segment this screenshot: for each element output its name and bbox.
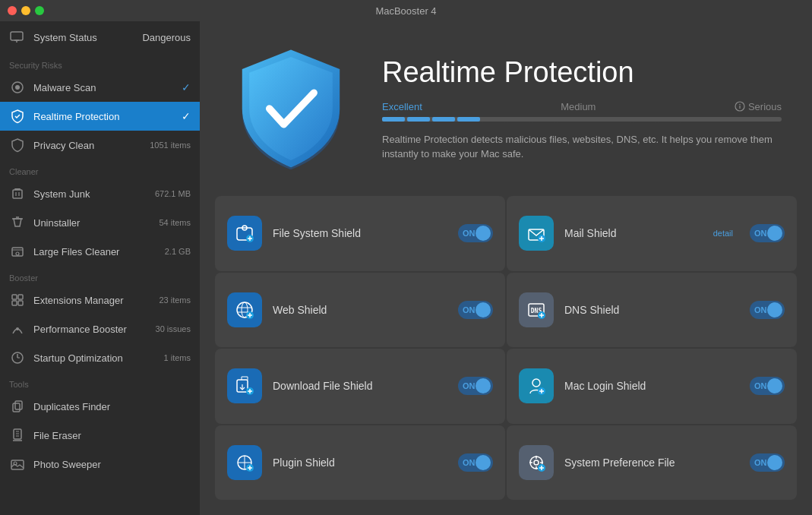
mac-login-shield-name: Mac Login Shield — [564, 380, 739, 392]
svg-point-32 — [739, 104, 741, 106]
maximize-button[interactable] — [35, 6, 44, 15]
rating-bar-section: Excellent Medium Serious — [382, 101, 782, 122]
sidebar-item-privacy-clean[interactable]: Privacy Clean 1051 items — [0, 131, 200, 160]
feature-card-dns-shield: DNS DNS Shield ON — [507, 273, 797, 348]
malware-scan-icon — [9, 79, 26, 96]
privacy-clean-label: Privacy Clean — [33, 140, 150, 151]
startup-optimization-icon — [9, 349, 26, 366]
sidebar-item-performance-booster[interactable]: Performance Booster 30 issues — [0, 314, 200, 343]
toggle-circle-7 — [767, 455, 782, 470]
mail-shield-detail[interactable]: detail — [713, 229, 733, 238]
traffic-lights — [8, 6, 44, 15]
sidebar-item-realtime-protection[interactable]: Realtime Protection ✓ — [0, 102, 200, 131]
minimize-button[interactable] — [21, 6, 30, 15]
extensions-manager-badge: 23 items — [159, 295, 191, 305]
svg-point-59 — [532, 379, 540, 387]
plugin-shield-toggle[interactable]: ON — [458, 453, 493, 472]
svg-rect-16 — [18, 301, 23, 305]
large-files-badge: 2.1 GB — [165, 247, 191, 256]
web-shield-toggle[interactable]: ON — [458, 301, 493, 319]
duplicates-finder-label: Duplicates Finder — [33, 401, 191, 412]
web-shield-icon — [227, 292, 262, 327]
feature-card-plugin-shield: Plugin Shield ON — [215, 425, 505, 501]
privacy-clean-icon — [9, 137, 26, 153]
photo-sweeper-label: Photo Sweeper — [33, 459, 191, 470]
file-system-shield-icon — [227, 216, 262, 251]
medium-label: Medium — [561, 101, 596, 112]
dns-shield-toggle[interactable]: ON — [750, 301, 785, 319]
toggle-circle-6 — [476, 455, 491, 470]
download-file-shield-toggle[interactable]: ON — [458, 377, 493, 395]
serious-text: Serious — [748, 101, 782, 112]
sidebar-item-photo-sweeper[interactable]: Photo Sweeper — [0, 450, 200, 479]
excellent-label: Excellent — [382, 101, 422, 112]
svg-rect-21 — [13, 403, 20, 412]
info-icon — [735, 101, 745, 112]
sidebar-item-system-status[interactable]: System Status Dangerous — [0, 21, 200, 53]
feature-card-web-shield: Web Shield ON — [215, 273, 505, 348]
feature-card-mail-shield: Mail Shield detail ON — [507, 196, 797, 271]
mac-login-shield-icon — [519, 368, 554, 403]
system-junk-badge: 672.1 MB — [155, 189, 191, 198]
download-file-shield-name: Download File Shield — [273, 380, 447, 392]
system-preference-file-name: System Preference File — [564, 457, 739, 469]
window-title: MacBooster 4 — [375, 5, 436, 17]
toggle-on-label-1: ON — [754, 229, 767, 238]
sidebar: System Status Dangerous Security Risks M… — [0, 21, 200, 515]
toggle-circle-1 — [767, 226, 782, 241]
uninstaller-icon — [9, 214, 26, 231]
feature-card-download-file-shield: Download File Shield ON — [215, 349, 505, 424]
file-eraser-icon — [9, 427, 26, 444]
section-security-risks: Security Risks — [0, 53, 200, 73]
toggle-on-label-3: ON — [754, 305, 767, 314]
privacy-clean-badge: 1051 items — [150, 141, 191, 150]
malware-scan-label: Malware Scan — [33, 82, 182, 93]
toggle-on-label-4: ON — [463, 381, 476, 390]
startup-optimization-label: Startup Optimization — [33, 352, 164, 364]
toggle-circle-5 — [767, 378, 782, 393]
sidebar-item-system-junk[interactable]: System Junk 672.1 MB — [0, 179, 200, 208]
close-button[interactable] — [8, 6, 17, 15]
sidebar-item-duplicates-finder[interactable]: Duplicates Finder — [0, 392, 200, 421]
sidebar-item-file-eraser[interactable]: File Eraser — [0, 421, 200, 450]
toggle-on-label-7: ON — [754, 458, 767, 467]
toggle-circle-2 — [476, 302, 491, 318]
seg3 — [432, 117, 455, 122]
section-tools: Tools — [0, 372, 200, 392]
titlebar: MacBooster 4 — [0, 0, 812, 21]
file-system-shield-toggle[interactable]: ON — [458, 224, 493, 242]
toggle-circle-4 — [476, 378, 491, 393]
hero-section: Realtime Protection Excellent Medium Ser… — [200, 21, 812, 196]
seg5 — [482, 117, 505, 122]
sidebar-item-uninstaller[interactable]: Uninstaller 54 items — [0, 208, 200, 237]
seg6 — [507, 117, 530, 122]
svg-point-17 — [16, 327, 19, 330]
performance-booster-badge: 30 issues — [156, 324, 191, 333]
system-preference-file-icon — [519, 445, 554, 480]
system-preference-file-toggle[interactable]: ON — [750, 453, 785, 472]
file-eraser-label: File Eraser — [33, 430, 191, 441]
sidebar-item-malware-scan[interactable]: Malware Scan ✓ — [0, 73, 200, 102]
section-cleaner: Cleaner — [0, 160, 200, 179]
seg10 — [608, 117, 630, 122]
svg-point-12 — [16, 252, 19, 255]
sidebar-item-large-files-cleaner[interactable]: Large Files Cleaner 2.1 GB — [0, 237, 200, 266]
sidebar-item-extensions-manager[interactable]: Extensions Manager 23 items — [0, 286, 200, 314]
toggle-circle-0 — [476, 226, 491, 241]
sidebar-item-startup-optimization[interactable]: Startup Optimization 1 items — [0, 343, 200, 372]
toggle-circle-3 — [767, 302, 782, 318]
startup-optimization-badge: 1 items — [164, 353, 191, 362]
svg-rect-6 — [13, 190, 22, 198]
mail-shield-toggle[interactable]: ON — [750, 224, 785, 242]
svg-rect-14 — [18, 295, 23, 299]
mail-shield-name: Mail Shield — [564, 227, 703, 239]
extensions-manager-label: Extensions Manager — [33, 295, 159, 306]
mac-login-shield-toggle[interactable]: ON — [750, 377, 785, 395]
system-status-value: Dangerous — [142, 32, 191, 43]
seg12 — [658, 117, 681, 122]
svg-point-70 — [534, 460, 539, 465]
system-junk-label: System Junk — [33, 188, 155, 200]
file-system-shield-name: File System Shield — [273, 227, 447, 239]
feature-card-mac-login-shield: Mac Login Shield ON — [507, 349, 797, 424]
realtime-protection-icon — [9, 108, 26, 125]
